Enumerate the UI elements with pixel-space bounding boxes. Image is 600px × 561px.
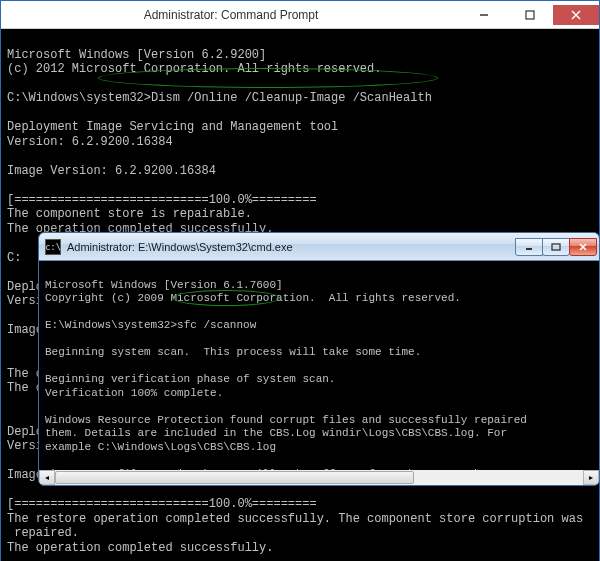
line: Copyright (c) 2009 Microsoft Corporation… <box>45 292 461 304</box>
line: The restore operation completed successf… <box>7 512 583 526</box>
prompt: C:\Windows\system32> <box>7 91 151 105</box>
command-text: sfc /scannow <box>177 319 256 331</box>
line: Deployment Image Servicing and Managemen… <box>7 120 338 134</box>
line: The operation completed successfully. <box>7 541 273 555</box>
line: repaired. <box>7 526 79 540</box>
scroll-track[interactable] <box>55 470 583 485</box>
horizontal-scrollbar[interactable]: ◂ ▸ <box>39 470 599 485</box>
line: Version: 6.2.9200.16384 <box>7 135 173 149</box>
win8-window-title: Administrator: Command Prompt <box>144 8 319 22</box>
cmd-icon: c:\ <box>45 239 61 255</box>
line: The component store is repairable. <box>7 207 252 221</box>
close-button[interactable] <box>569 238 597 256</box>
line: Microsoft Windows [Version 6.2.9200] <box>7 48 266 62</box>
line: Image Version: 6.2.9200.16384 <box>7 164 216 178</box>
scroll-left-button[interactable]: ◂ <box>39 470 55 485</box>
win7-window-title: Administrator: E:\Windows\System32\cmd.e… <box>67 241 516 253</box>
scroll-thumb[interactable] <box>55 471 414 484</box>
maximize-button[interactable] <box>507 5 553 25</box>
minimize-button[interactable] <box>461 5 507 25</box>
line: Verification 100% complete. <box>45 387 223 399</box>
line: Microsoft Windows [Version 6.1.7600] <box>45 279 283 291</box>
svg-rect-1 <box>526 11 534 19</box>
line: Windows Resource Protection found corrup… <box>45 414 527 426</box>
progress-line: [===========================100.0%======… <box>7 193 317 207</box>
line: them. Details are included in the CBS.Lo… <box>45 427 507 439</box>
line: (c) 2012 Microsoft Corporation. All righ… <box>7 62 381 76</box>
scroll-right-button[interactable]: ▸ <box>583 470 599 485</box>
win7-titlebar[interactable]: c:\ Administrator: E:\Windows\System32\c… <box>39 233 599 261</box>
win8-titlebar[interactable]: Administrator: Command Prompt <box>1 1 599 29</box>
prompt: C: <box>7 251 21 265</box>
line: Beginning system scan. This process will… <box>45 346 421 358</box>
command-text: Dism /Online /Cleanup-Image /ScanHealth <box>151 91 432 105</box>
svg-rect-5 <box>552 244 560 250</box>
progress-line: [===========================100.0%======… <box>7 497 317 511</box>
line: example C:\Windows\Logs\CBS\CBS.log <box>45 441 276 453</box>
close-button[interactable] <box>553 5 599 25</box>
maximize-button[interactable] <box>542 238 570 256</box>
prompt: E:\Windows\system32> <box>45 319 177 331</box>
win7-terminal[interactable]: Microsoft Windows [Version 6.1.7600] Cop… <box>39 261 599 470</box>
minimize-button[interactable] <box>515 238 543 256</box>
win7-cmd-window: c:\ Administrator: E:\Windows\System32\c… <box>38 232 600 486</box>
line: Beginning verification phase of system s… <box>45 373 335 385</box>
